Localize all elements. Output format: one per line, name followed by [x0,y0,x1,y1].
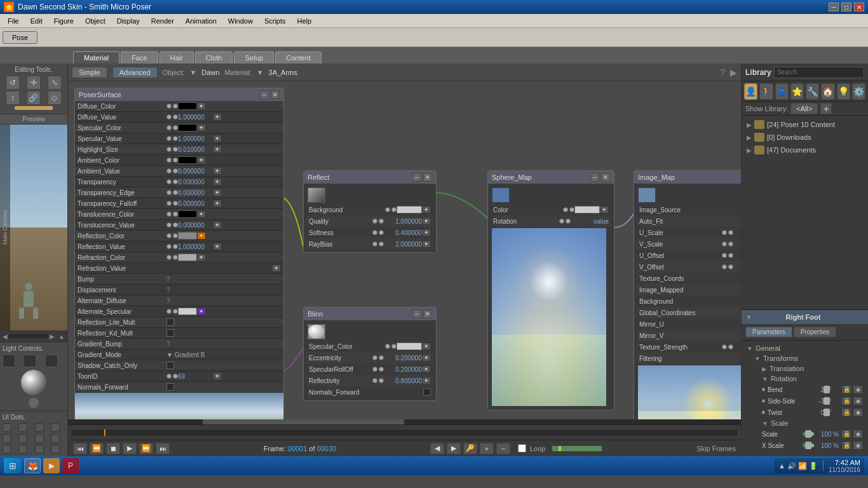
prev-keyframe-button[interactable]: ◀ [430,443,444,454]
ambient-color-icon[interactable]: ✦ [197,156,206,164]
transp-edge-icon[interactable]: ✦ [213,189,222,196]
help-icon[interactable]: ? [720,67,725,78]
rf-bend-lock[interactable]: 🔒 [841,385,851,394]
menu-file[interactable]: File [3,16,24,26]
media-player-icon[interactable]: ▶ [43,458,60,473]
ui-dot-4[interactable] [51,423,60,432]
skip-to-end-button[interactable]: ⏭ [156,443,170,454]
rf-tab-properties[interactable]: Properties [794,327,837,337]
ui-dot-1[interactable] [3,423,11,432]
rf-twist-key[interactable]: ◆ [853,408,863,417]
menu-animation[interactable]: Animation [180,16,222,26]
reflection-color-icon[interactable]: ✦ [197,232,206,240]
lib-icon-scenes[interactable]: 🏠 [821,83,834,100]
firefox-icon[interactable]: 🦊 [24,458,41,473]
refraction-swatch[interactable] [178,254,197,261]
light-dot-3[interactable] [45,355,58,367]
advanced-button[interactable]: Advanced [112,67,158,78]
diffuse-color-swatch[interactable] [178,102,197,110]
loop-checkbox[interactable] [518,444,526,452]
poser-taskbar-icon[interactable]: P [62,458,79,473]
lib-icon-cam[interactable]: ⚙️ [852,83,865,100]
diffuse-color-icon[interactable]: ✦ [197,102,206,110]
translucence-icon[interactable]: ✦ [197,210,206,218]
highlight-icon[interactable]: ✦ [213,146,222,153]
ui-dot-5[interactable] [3,434,11,443]
ui-dot-10[interactable] [18,445,27,454]
tool-move[interactable]: ✛ [27,76,41,90]
lib-icon-people[interactable]: 👤 [744,83,757,100]
reflect-collapse[interactable]: ─ [412,173,421,182]
rf-scale-header[interactable]: ▼ Scale [759,418,865,428]
add-keyframe-button[interactable]: + [480,443,494,454]
lib-all-dropdown[interactable]: <All> [790,103,818,114]
material-canvas[interactable]: PoserSurface ─ ✕ Diffuse_Color ✦ Diffuse… [68,81,741,424]
diffuse-color-dot[interactable] [166,104,172,109]
toon-id-icon[interactable]: ✦ [213,372,222,380]
tab-cloth[interactable]: Cloth [195,51,233,64]
refl-lite-checkbox[interactable] [166,318,174,326]
rf-xscale-slider[interactable] [803,444,814,447]
menu-help[interactable]: Help [292,16,317,26]
specular-color-icon[interactable]: ✦ [197,124,206,132]
rf-bend-key[interactable]: ◆ [853,385,863,394]
tool-morph[interactable]: ◇ [48,91,62,105]
lib-icon-hair[interactable]: ⭐ [790,83,804,100]
refl-kd-checkbox[interactable] [166,329,174,337]
ui-dot-2[interactable] [18,423,27,432]
menu-display[interactable]: Display [112,16,145,26]
rf-transforms-header[interactable]: ▼ Transforms [752,353,865,363]
sphere-map-collapse[interactable]: ─ [590,173,599,182]
h-scroll-thumb[interactable] [203,419,405,424]
skip-to-start-button[interactable]: ⏮ [73,443,87,454]
blinn-close[interactable]: ✕ [423,309,432,318]
rf-side-lock[interactable]: 🔒 [841,396,851,405]
ui-dot-12[interactable] [51,445,60,454]
rf-tab-parameters[interactable]: Parameters [745,327,792,337]
tool-chain[interactable]: 🔗 [27,91,41,105]
rf-collapse-icon[interactable]: ▼ [745,313,752,321]
blinn-collapse[interactable]: ─ [412,309,421,318]
light-gear-icon[interactable] [29,398,39,408]
step-forward-button[interactable]: ⏩ [139,443,153,454]
rf-scale-lock[interactable]: 🔒 [841,430,851,438]
maximize-button[interactable]: □ [841,3,851,11]
translucence-swatch[interactable] [178,210,197,218]
ui-dot-9[interactable] [3,445,11,454]
reflection-val-icon[interactable]: ✦ [213,243,222,250]
step-back-button[interactable]: ⏪ [90,443,104,454]
ambient-color-swatch[interactable] [178,156,197,164]
alt-specular-icon[interactable]: ✦ [197,308,206,315]
light-sphere[interactable] [21,370,46,395]
transp-icon[interactable]: ✦ [213,178,222,186]
h-scroll[interactable] [68,419,741,424]
tab-content[interactable]: Content [275,51,322,64]
poser-surface-collapse[interactable]: ─ [260,90,269,99]
next-keyframe-button[interactable]: ▶ [447,443,461,454]
normals-forward-checkbox[interactable] [166,383,174,391]
menu-render[interactable]: Render [146,16,179,26]
rf-twist-lock[interactable]: 🔒 [841,408,851,417]
key-button[interactable]: 🔑 [463,443,477,454]
timeline-marker[interactable] [104,430,105,436]
sphere-map-close[interactable]: ✕ [601,173,610,182]
ui-dot-3[interactable] [35,423,44,432]
reflect-close[interactable]: ✕ [423,173,432,182]
lib-icon-lights[interactable]: 💡 [837,83,850,100]
play-button[interactable]: ▶ [123,443,137,454]
minimize-button[interactable]: ─ [829,3,839,11]
del-keyframe-button[interactable]: − [496,443,510,454]
lib-add-button[interactable]: + [820,103,832,114]
lib-item-poser-content[interactable]: ▶ [24] Poser 10 Content [744,118,865,131]
alt-specular-swatch[interactable] [178,308,197,315]
tool-twist[interactable]: ↕ [6,91,20,105]
rf-scale-slider[interactable] [803,432,814,436]
tab-hair[interactable]: Hair [159,51,194,64]
tab-face[interactable]: Face [121,51,158,64]
specular-value-icon[interactable]: ✦ [213,135,222,142]
menu-scripts[interactable]: Scripts [259,16,291,26]
loop-bar[interactable] [552,445,602,452]
translucence-val-icon[interactable]: ✦ [213,221,222,229]
light-dot-2[interactable] [24,355,36,367]
rf-rotation-header[interactable]: ▼ Rotation [759,374,865,384]
